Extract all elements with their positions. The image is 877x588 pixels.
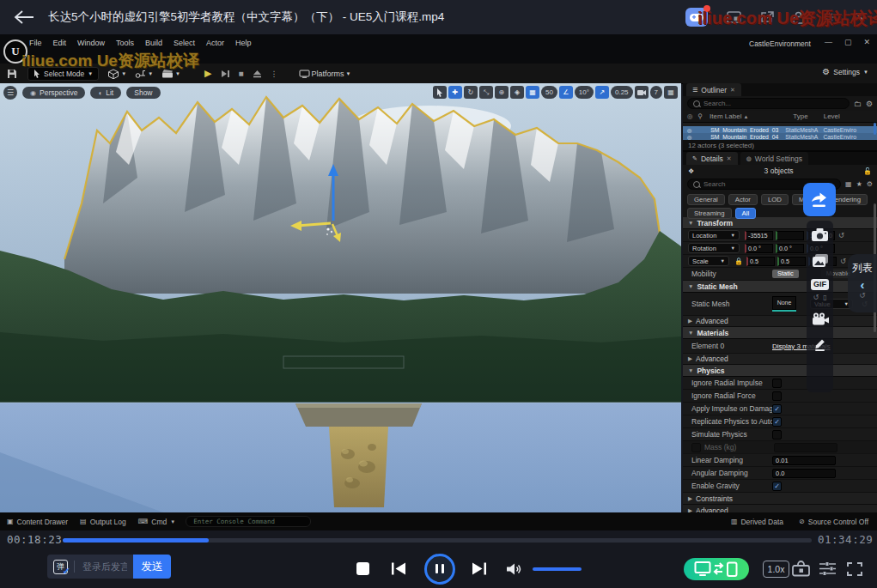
previous-button[interactable] [391, 549, 406, 588]
next-button[interactable] [472, 549, 487, 588]
gear-icon[interactable] [823, 11, 835, 23]
display-manager-icon[interactable]: ▦ [845, 180, 852, 188]
menu-actor[interactable]: Actor [206, 39, 224, 47]
cmd-dropdown[interactable]: ⌨Cmd▼ [138, 518, 175, 526]
close-icon[interactable]: ✕ [854, 9, 865, 25]
rotation-y-field[interactable]: 0.0 ° [776, 244, 804, 253]
checkbox-replicate-physics[interactable] [772, 417, 782, 427]
details-settings-icon[interactable]: ⚙ [867, 180, 873, 188]
back-arrow-icon[interactable] [14, 10, 34, 24]
clip-mini-icon[interactable]: ▯ [823, 294, 826, 301]
replay-mini-icon[interactable]: ↺ [813, 294, 819, 301]
checkbox-simulate-physics[interactable] [772, 430, 782, 439]
volume-icon[interactable] [505, 549, 523, 588]
menu-window[interactable]: Window [77, 39, 105, 47]
viewport-options-icon[interactable]: ☰ [3, 86, 17, 100]
gamepad-button[interactable] [685, 8, 708, 27]
playback-speed-button[interactable]: 1.0x [763, 561, 789, 578]
move-tool-icon[interactable]: ✚ [448, 86, 462, 99]
annotate-pencil-icon[interactable] [813, 336, 827, 351]
gif-icon[interactable]: GIF [811, 279, 829, 290]
menu-build[interactable]: Build [145, 39, 162, 47]
lock-icon[interactable] [793, 11, 804, 24]
viewport[interactable]: ☰ ◉ Perspective ◐ Lit Show ✚ ↻ ⤡ ⊕ ◈ ▦ 5… [0, 83, 681, 512]
save-icon[interactable] [7, 69, 17, 79]
reset-scale-icon[interactable]: ↺ [840, 257, 846, 265]
ue-restore-button[interactable]: ▢ [844, 38, 852, 46]
mobility-static-option[interactable]: Static [772, 270, 799, 278]
section-transform[interactable]: ▼Transform [683, 217, 877, 229]
world-space-icon[interactable]: ⊕ [495, 86, 509, 99]
chip-lod[interactable]: LOD [761, 194, 789, 205]
stop-frame-button[interactable]: ■ [239, 69, 244, 78]
scale-y-field[interactable]: 0.5 [777, 257, 806, 266]
checkbox-apply-impulse-on-damage[interactable] [772, 404, 782, 414]
location-y-field[interactable] [776, 231, 804, 240]
select-tool-icon[interactable] [433, 86, 447, 99]
add-actor-icon[interactable]: ▼ [107, 69, 126, 79]
derived-data-button[interactable]: ▥Derived Data [731, 518, 783, 526]
checkbox-ignore-radial-force[interactable] [772, 391, 782, 401]
favorites-icon[interactable]: ★ [856, 180, 862, 188]
angular-damping-input[interactable]: 0.0 [772, 469, 836, 478]
mass-input[interactable] [774, 443, 837, 452]
advanced-section-1[interactable]: ▶Advanced [683, 316, 877, 327]
outliner-search-input[interactable]: Search... [687, 98, 850, 109]
rotate-tool-icon[interactable]: ↻ [464, 86, 478, 99]
menu-select[interactable]: Select [174, 39, 195, 47]
column-item-label[interactable]: Item Label [710, 112, 741, 120]
linear-damping-input[interactable]: 0.01 [772, 456, 836, 465]
settings-dropdown[interactable]: ⚙Settings▼ [822, 67, 868, 76]
pin-column-icon[interactable]: ⚲ [698, 112, 703, 120]
platforms-dropdown[interactable]: Platforms▼ [299, 70, 351, 78]
column-level[interactable]: Level [824, 112, 840, 120]
pip-icon[interactable] [727, 11, 741, 23]
image-gallery-icon[interactable] [812, 253, 829, 268]
tab-details[interactable]: ✎Details ✕ [686, 152, 738, 165]
ue-close-button[interactable]: ✕ [863, 38, 870, 46]
chip-actor[interactable]: Actor [728, 194, 758, 205]
grid-snap-value[interactable]: 50 [541, 86, 557, 99]
tab-world-settings[interactable]: ◍World Settings [740, 152, 808, 165]
scale-dropdown[interactable]: Scale▼ [688, 256, 729, 266]
select-mode-dropdown[interactable]: Select Mode▼ [27, 67, 99, 81]
tune-settings-icon[interactable] [818, 549, 837, 588]
stop-button[interactable] [356, 562, 369, 575]
close-tab-icon[interactable]: ✕ [730, 87, 735, 94]
source-control-button[interactable]: ⊘Source Control Off [799, 518, 868, 526]
camera-speed-value[interactable]: 7 [650, 86, 662, 99]
playlist-tab[interactable]: 列表 ‹ ↺ [848, 254, 877, 312]
maximize-viewport-icon[interactable]: ▦ [664, 86, 678, 99]
chip-streaming[interactable]: Streaming [687, 208, 732, 219]
section-physics[interactable]: ▼Physics [683, 365, 877, 377]
send-button[interactable]: 发送 [133, 555, 171, 579]
close-tab-icon[interactable]: ✕ [727, 155, 732, 162]
danmaku-toggle-icon[interactable]: 弹 ✓ [53, 560, 68, 574]
outliner-row-selected[interactable]: ◎ SM_Mountain_Eroded_04 StaticMeshA Cast… [683, 133, 877, 140]
outliner-scrollbar[interactable] [874, 123, 876, 135]
skip-to-end-button[interactable] [221, 70, 230, 78]
menu-edit[interactable]: Edit [53, 39, 67, 47]
lit-dropdown[interactable]: ◐ Lit [90, 87, 121, 99]
ue-minimize-button[interactable]: — [825, 38, 832, 46]
blueprints-icon[interactable]: ▼ [135, 69, 153, 78]
pause-button[interactable] [424, 554, 455, 585]
column-type[interactable]: Type [793, 112, 807, 120]
outliner-settings-icon[interactable]: ⚙ [866, 100, 873, 108]
static-mesh-thumbnail[interactable]: None [772, 296, 796, 312]
kebab-menu-icon[interactable]: ⋮ [271, 70, 278, 78]
section-materials[interactable]: ▼Materials [683, 327, 877, 339]
external-link-icon[interactable] [760, 11, 774, 23]
rotation-dropdown[interactable]: Rotation▼ [688, 243, 740, 253]
reset-location-icon[interactable]: ↺ [838, 231, 844, 239]
location-x-field[interactable]: -35515 [745, 231, 773, 240]
menu-file[interactable]: File [29, 39, 42, 47]
console-command-input[interactable]: Enter Console Command [186, 516, 311, 527]
scale-snap-value[interactable]: 0.25 [611, 86, 633, 99]
scale-x-field[interactable]: 0.5 [746, 257, 775, 266]
mass-override-checkbox[interactable] [691, 443, 701, 452]
constraints-section[interactable]: ▶Constraints [683, 493, 877, 505]
scale-tool-icon[interactable]: ⤡ [479, 86, 493, 99]
perspective-dropdown[interactable]: ◉ Perspective [22, 87, 85, 99]
output-log-button[interactable]: ▤Output Log [80, 518, 126, 526]
